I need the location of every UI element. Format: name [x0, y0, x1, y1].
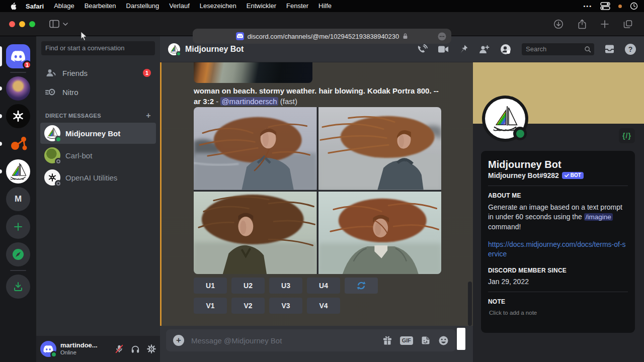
video-call-icon[interactable]: [438, 45, 449, 53]
user-mention[interactable]: @martindoersch: [220, 97, 278, 106]
share-icon[interactable]: [578, 19, 587, 29]
offline-status-dot: [55, 180, 62, 187]
message-input-bar[interactable]: + GIF: [166, 329, 456, 351]
menubar-more-icon[interactable]: •••: [583, 3, 592, 9]
u2-button[interactable]: U2: [231, 278, 265, 294]
mic-muted-icon[interactable]: [115, 344, 124, 353]
server-rail: 1 M: [0, 36, 36, 362]
previous-image-bottom[interactable]: [194, 62, 312, 83]
chat-title[interactable]: Midjourney Bot: [168, 43, 244, 55]
explore-servers-button[interactable]: [6, 242, 30, 266]
server-midjourney[interactable]: [6, 159, 30, 184]
server-molecule[interactable]: [6, 132, 30, 156]
about-heading: ABOUT ME: [488, 192, 628, 199]
mention-accent-bar: [160, 62, 162, 326]
add-server-button[interactable]: [6, 215, 30, 239]
help-icon[interactable]: ?: [625, 44, 636, 55]
dm-item-carl-bot[interactable]: Carl-bot: [40, 145, 156, 166]
clock-icon[interactable]: [630, 2, 638, 10]
sidebar-chevron-icon[interactable]: [63, 23, 68, 26]
add-friend-icon[interactable]: [478, 45, 490, 54]
sticker-icon[interactable]: [421, 335, 431, 345]
u1-button[interactable]: U1: [194, 278, 227, 294]
menu-bearbeiten[interactable]: Bearbeiten: [79, 0, 121, 12]
apple-logo-icon[interactable]: [6, 3, 21, 10]
server-m[interactable]: M: [6, 187, 30, 211]
dm-item-midjourney-bot[interactable]: Midjourney Bot: [40, 123, 156, 144]
conversation-search-button[interactable]: Find or start a conversation: [41, 41, 155, 55]
emoji-picker-icon[interactable]: [438, 335, 449, 346]
home-button[interactable]: 1: [6, 44, 30, 68]
pin-icon[interactable]: [459, 44, 468, 54]
discord-app: 1 M Find or start a conversation: [0, 36, 644, 362]
user-avatar[interactable]: [40, 341, 56, 357]
menubar-app-name[interactable]: Safari: [21, 3, 49, 10]
chat-search-box[interactable]: [522, 43, 594, 55]
gift-icon[interactable]: [382, 335, 392, 345]
dm-item-openai-utilities[interactable]: OpenAI Utilities: [40, 167, 156, 188]
discord-favicon: [236, 32, 244, 40]
server-openai[interactable]: [6, 104, 30, 128]
page-settings-icon[interactable]: [438, 32, 446, 41]
user-profile-toggle-icon[interactable]: [500, 43, 512, 55]
generated-image-grid[interactable]: [194, 107, 441, 274]
reroll-button[interactable]: [345, 278, 378, 294]
control-center-icon[interactable]: [600, 2, 610, 10]
sidebar-toggle-icon[interactable]: [49, 20, 59, 28]
settings-gear-icon[interactable]: [147, 344, 156, 353]
deafen-icon[interactable]: [131, 344, 140, 353]
v1-button[interactable]: V1: [194, 298, 227, 314]
divider: [488, 292, 628, 292]
image-variant-3[interactable]: [194, 192, 317, 275]
image-variant-2[interactable]: [318, 107, 442, 190]
profile-avatar[interactable]: [482, 96, 528, 142]
close-window-button[interactable]: [9, 21, 15, 27]
mouse-cursor: [80, 31, 88, 41]
gif-picker-icon[interactable]: GIF: [400, 336, 413, 345]
attach-plus-icon[interactable]: +: [173, 335, 184, 346]
menu-entwickler[interactable]: Entwickler: [242, 0, 281, 12]
chat-scrollbar-thumb[interactable]: [468, 282, 472, 326]
online-status-dot: [50, 351, 57, 358]
sidebar-item-nitro[interactable]: Nitro: [40, 83, 156, 101]
v2-button[interactable]: V2: [231, 298, 265, 314]
downloads-icon[interactable]: [553, 19, 564, 29]
server-m-initial: M: [15, 194, 22, 204]
input-scrollbar-thumb[interactable]: [457, 328, 465, 350]
tab-overview-icon[interactable]: [623, 19, 633, 29]
image-variant-1[interactable]: [194, 107, 317, 190]
u4-button[interactable]: U4: [307, 278, 340, 294]
terms-link[interactable]: https://docs.midjourney.com/docs/terms-o…: [488, 240, 628, 259]
chat-search-input[interactable]: [525, 45, 582, 53]
v4-button[interactable]: V4: [307, 298, 340, 314]
rail-divider: [10, 72, 26, 73]
note-heading: NOTE: [488, 298, 628, 305]
menu-hilfe[interactable]: Hilfe: [313, 0, 337, 12]
inbox-icon[interactable]: [604, 44, 615, 54]
server-psychedelic-face[interactable]: [6, 76, 30, 101]
note-field[interactable]: Click to add a note: [488, 309, 628, 316]
screen-recording-indicator: [618, 5, 622, 8]
user-info[interactable]: martindoe... Online: [60, 342, 98, 356]
menu-darstellung[interactable]: Darstellung: [121, 0, 165, 12]
download-apps-button[interactable]: [6, 275, 30, 299]
macos-menubar: Safari Ablage Bearbeiten Darstellung Ver…: [0, 0, 644, 12]
dm-header-label: DIRECT MESSAGES: [45, 113, 101, 119]
sidebar-item-friends[interactable]: Friends 1: [40, 64, 156, 81]
menu-ablage[interactable]: Ablage: [49, 0, 79, 12]
u3-button[interactable]: U3: [269, 278, 302, 294]
menu-lesezeichen[interactable]: Lesezeichen: [195, 0, 242, 12]
v3-button[interactable]: V3: [269, 298, 302, 314]
create-dm-icon[interactable]: +: [146, 112, 151, 120]
address-bar[interactable]: discord.com/channels/@me/102945219383894…: [193, 29, 451, 44]
message-input[interactable]: [190, 336, 376, 345]
image-variant-4[interactable]: [318, 192, 442, 275]
zoom-window-button[interactable]: [29, 21, 35, 27]
unread-pill: [0, 142, 2, 146]
unread-pill: [0, 169, 2, 173]
minimize-window-button[interactable]: [19, 21, 25, 27]
menu-fenster[interactable]: Fenster: [281, 0, 313, 12]
voice-call-icon[interactable]: [417, 44, 428, 54]
new-tab-icon[interactable]: [601, 20, 609, 28]
menu-verlauf[interactable]: Verlauf: [164, 0, 194, 12]
